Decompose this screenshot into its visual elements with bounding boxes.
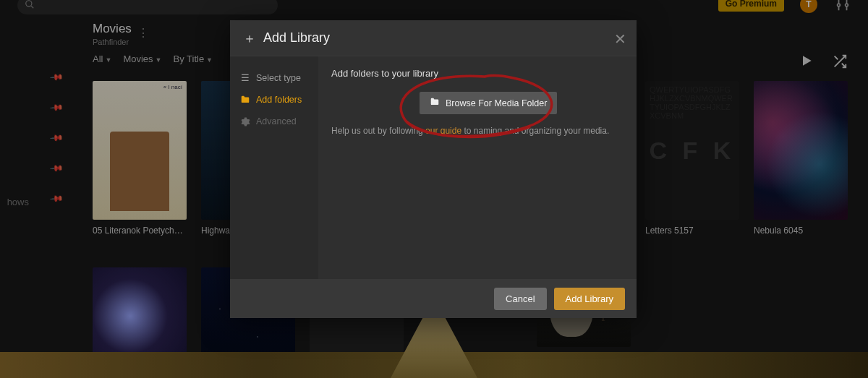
add-library-button[interactable]: Add Library [554,288,625,310]
step-add-folders[interactable]: Add folders [230,89,318,111]
browse-media-folder-button[interactable]: Browse For Media Folder [420,92,557,114]
plus-icon: ＋ [243,30,256,47]
modal-header: ＋ Add Library ✕ [230,20,637,56]
step-label: Select type [256,73,301,83]
modal-title: Add Library [263,30,330,46]
modal-main: Add folders to your library Browse For M… [318,56,637,279]
step-advanced[interactable]: Advanced [230,111,318,132]
step-label: Add folders [256,95,302,105]
guide-link[interactable]: our guide [425,126,461,136]
modal-sidebar: ☰ Select type Add folders Advanced [230,56,318,279]
modal-footer: Cancel Add Library [230,279,637,318]
step-select-type[interactable]: ☰ Select type [230,66,318,89]
modal-heading: Add folders to your library [331,68,624,79]
cancel-button[interactable]: Cancel [494,288,546,310]
folder-icon [430,97,440,109]
folder-icon [240,95,250,105]
gear-icon [240,117,250,126]
help-text: Help us out by following our guide to na… [331,126,624,136]
add-library-modal: ＋ Add Library ✕ ☰ Select type Add folder… [230,20,637,318]
step-label: Advanced [256,116,297,126]
close-icon[interactable]: ✕ [614,30,626,48]
button-label: Browse For Media Folder [446,98,547,108]
list-icon: ☰ [240,72,250,83]
